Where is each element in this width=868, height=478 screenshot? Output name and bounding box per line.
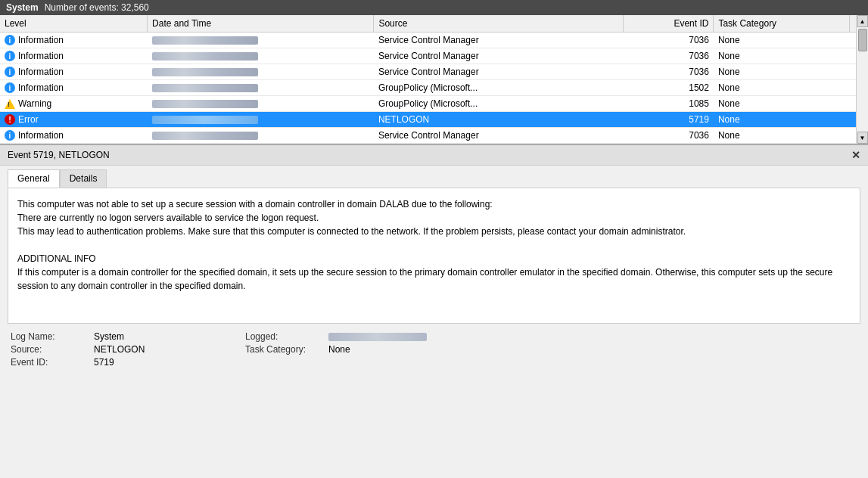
table-header-row: Level Date and Time Source Event ID Task… [0,15,868,33]
level-cell: iInformation [0,128,148,144]
task-category-label: Task Category: [245,344,328,355]
taskcategory-cell: None [714,64,850,80]
detail-content-line: This computer was not able to set up a s… [17,197,851,211]
col-header-level[interactable]: Level [0,15,148,33]
source-cell: Service Control Manager [374,48,623,64]
datetime-blur [152,116,258,124]
scrollbar-down-btn[interactable]: ▼ [857,132,868,144]
scrollbar[interactable]: ▲ ▼ [856,15,868,144]
level-text: Warning [18,98,51,109]
source-cell: GroupPolicy (Microsoft... [374,96,623,112]
scrollbar-thumb[interactable] [858,29,867,51]
datetime-cell [148,112,374,128]
detail-footer: Log Name: System Logged: Source: NETLOGO… [0,324,868,372]
logged-value [328,331,857,342]
task-category-value: None [328,344,857,355]
source-cell: Service Control Manager [374,128,623,144]
level-text: Error [18,114,39,125]
datetime-blur [152,52,258,61]
level-cell: iInformation [0,33,148,48]
eventid-cell: 1502 [623,80,714,96]
taskcategory-cell: None [714,48,850,64]
level-cell: iInformation [0,64,148,80]
table-row[interactable]: !ErrorNETLOGON5719None [0,112,868,128]
detail-content-line: If this computer is a domain controller … [17,265,851,293]
log-name-value: System [94,331,245,342]
taskcategory-cell: None [714,80,850,96]
taskcategory-cell: None [714,128,850,144]
datetime-cell [148,80,374,96]
source-cell: GroupPolicy (Microsoft... [374,80,623,96]
event-id-label: Event ID: [11,357,94,368]
tab-general[interactable]: General [8,169,60,188]
col-header-eventid[interactable]: Event ID [623,15,714,33]
datetime-blur [152,68,258,76]
level-cell: Warning [0,96,148,112]
title-bar-app-name: System [6,2,39,13]
taskcategory-cell: None [714,96,850,112]
datetime-cell [148,64,374,80]
source-cell: Service Control Manager [374,33,623,48]
log-name-label: Log Name: [11,331,94,342]
datetime-blur [152,132,258,140]
detail-panel-title: Event 5719, NETLOGON [8,150,110,160]
datetime-blur [152,84,258,92]
table-row[interactable]: iInformationService Control Manager7036N… [0,48,868,64]
info-icon: i [5,82,15,93]
datetime-cell [148,128,374,144]
info-icon: i [5,51,15,61]
taskcategory-cell: None [714,112,850,128]
eventid-cell: 5719 [623,112,714,128]
level-text: Information [18,51,64,61]
table-row[interactable]: iInformationService Control Manager7036N… [0,128,868,144]
level-cell: !Error [0,112,148,128]
col-header-datetime[interactable]: Date and Time [148,15,374,33]
datetime-cell [148,96,374,112]
table-row[interactable]: WarningGroupPolicy (Microsoft...1085None [0,96,868,112]
level-text: Information [18,67,64,77]
source-cell: Service Control Manager [374,64,623,80]
source-cell: NETLOGON [374,112,623,128]
detail-panel-header: Event 5719, NETLOGON ✕ [0,145,868,166]
level-text: Information [18,35,64,45]
title-bar-event-count: Number of events: 32,560 [45,2,149,13]
eventid-cell: 7036 [623,64,714,80]
event-table-section: Level Date and Time Source Event ID Task… [0,15,868,144]
source-value: NETLOGON [94,344,245,355]
table-row[interactable]: iInformationService Control Manager7036N… [0,33,868,48]
eventid-cell: 7036 [623,33,714,48]
warning-icon [5,99,15,109]
datetime-cell [148,33,374,48]
detail-content-line: ADDITIONAL INFO [17,252,851,265]
tab-details[interactable]: Details [60,169,107,188]
info-icon: i [5,35,15,45]
eventid-cell: 7036 [623,48,714,64]
logged-label: Logged: [245,331,328,342]
taskcategory-cell: None [714,33,850,48]
event-table: Level Date and Time Source Event ID Task… [0,15,868,144]
detail-content-area: This computer was not able to set up a s… [8,188,860,324]
detail-content-line: There are currently no logon servers ava… [17,211,851,225]
table-wrapper: Level Date and Time Source Event ID Task… [0,15,868,144]
source-label: Source: [11,344,94,355]
level-cell: iInformation [0,80,148,96]
eventid-cell: 1085 [623,96,714,112]
tabs-row: General Details [0,166,868,188]
level-text: Information [18,130,64,141]
eventid-cell: 7036 [623,128,714,144]
info-icon: i [5,130,15,141]
scrollbar-up-btn[interactable]: ▲ [857,15,868,27]
error-icon: ! [5,114,15,125]
event-id-value: 5719 [94,357,245,368]
detail-content-line: This may lead to authentication problems… [17,225,851,238]
table-row[interactable]: iInformationService Control Manager7036N… [0,64,868,80]
level-text: Information [18,82,64,93]
table-row[interactable]: iInformationGroupPolicy (Microsoft...150… [0,80,868,96]
datetime-cell [148,48,374,64]
col-header-taskcategory[interactable]: Task Category [714,15,850,33]
level-cell: iInformation [0,48,148,64]
detail-panel: Event 5719, NETLOGON ✕ General Details T… [0,144,868,372]
detail-close-button[interactable]: ✕ [851,149,860,161]
col-header-source[interactable]: Source [374,15,623,33]
datetime-blur [152,100,258,108]
